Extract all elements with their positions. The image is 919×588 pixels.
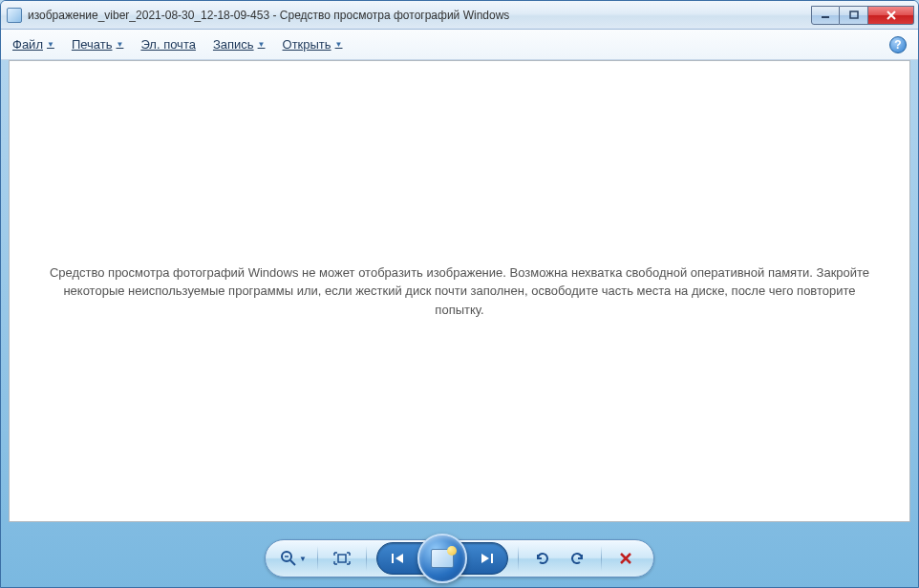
- close-icon: [886, 10, 897, 20]
- menu-file[interactable]: Файл▼: [12, 37, 54, 52]
- minimize-button[interactable]: [811, 6, 840, 25]
- rotate-cw-button[interactable]: [563, 545, 591, 572]
- maximize-icon: [849, 10, 859, 20]
- delete-button[interactable]: [611, 545, 640, 572]
- separator: [518, 546, 519, 571]
- chevron-down-icon: ▼: [258, 40, 266, 49]
- help-button[interactable]: ?: [889, 36, 907, 53]
- photo-viewer-window: изображение_viber_2021-08-30_12-18-09-45…: [0, 0, 919, 588]
- minimize-icon: [821, 10, 830, 20]
- next-button[interactable]: [469, 545, 503, 572]
- window-controls: [811, 6, 914, 25]
- menu-open[interactable]: Открыть▼: [283, 37, 343, 52]
- rotate-ccw-icon: [534, 550, 551, 567]
- chevron-down-icon: ▼: [116, 40, 123, 49]
- svg-rect-6: [392, 554, 394, 563]
- zoom-button[interactable]: ▼: [279, 545, 308, 572]
- help-icon: ?: [894, 38, 901, 52]
- svg-rect-7: [491, 554, 493, 563]
- menu-email[interactable]: Эл. почта: [140, 37, 196, 52]
- svg-point-2: [282, 552, 291, 561]
- slideshow-icon: [431, 549, 454, 568]
- window-title: изображение_viber_2021-08-30_12-18-09-45…: [28, 9, 811, 22]
- app-icon: [7, 8, 22, 23]
- close-button[interactable]: [868, 6, 914, 25]
- separator: [366, 546, 367, 571]
- fit-window-button[interactable]: [328, 545, 356, 572]
- menu-print[interactable]: Печать▼: [72, 37, 124, 52]
- separator: [317, 546, 318, 571]
- rotate-ccw-button[interactable]: [528, 545, 557, 572]
- chevron-down-icon: ▼: [335, 40, 343, 49]
- chevron-down-icon: ▼: [299, 555, 307, 563]
- chevron-down-icon: ▼: [47, 40, 54, 49]
- toolbar: ▼: [265, 539, 654, 578]
- svg-rect-0: [822, 16, 829, 18]
- next-icon: [478, 552, 495, 565]
- previous-button[interactable]: [381, 545, 416, 572]
- separator: [601, 546, 602, 571]
- menubar: Файл▼ Печать▼ Эл. почта Запись▼ Открыть▼…: [1, 30, 918, 60]
- fit-icon: [333, 552, 351, 565]
- delete-icon: [618, 551, 633, 566]
- rotate-cw-icon: [568, 550, 586, 567]
- maximize-button[interactable]: [840, 6, 868, 25]
- navigation-group: [376, 542, 508, 575]
- error-message: Средство просмотра фотографий Windows не…: [48, 263, 871, 320]
- image-viewer: Средство просмотра фотографий Windows не…: [9, 60, 910, 522]
- slideshow-button[interactable]: [417, 534, 467, 583]
- content-area: Средство просмотра фотографий Windows не…: [1, 60, 918, 530]
- menu-burn[interactable]: Запись▼: [213, 37, 266, 52]
- svg-rect-5: [338, 555, 346, 562]
- titlebar[interactable]: изображение_viber_2021-08-30_12-18-09-45…: [1, 1, 918, 30]
- svg-line-3: [290, 560, 295, 565]
- toolbar-area: ▼: [1, 530, 918, 587]
- magnifier-icon: [280, 550, 297, 567]
- svg-rect-1: [850, 11, 858, 18]
- previous-icon: [390, 552, 407, 565]
